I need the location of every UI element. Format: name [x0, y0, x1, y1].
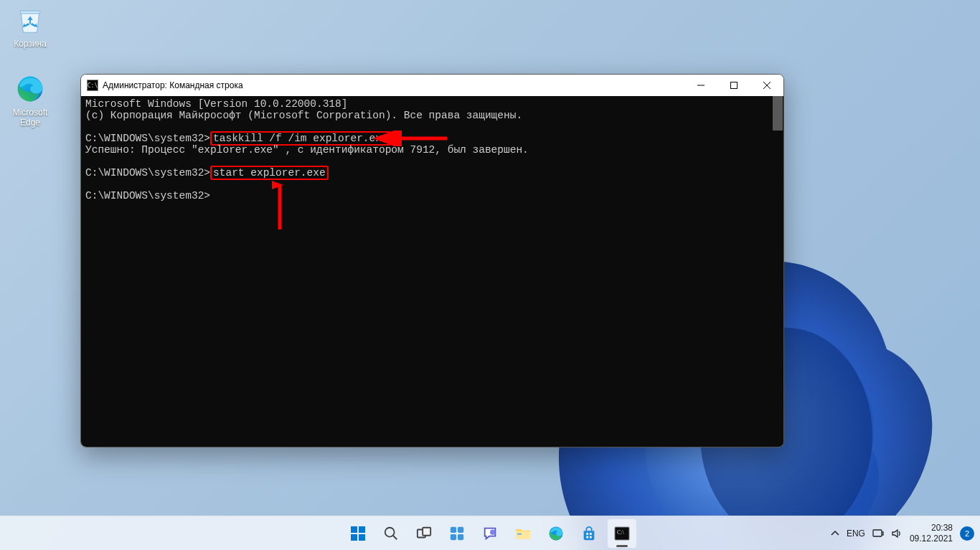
desktop[interactable]: Корзина Microsoft Edge C:\ Администратор… — [0, 0, 980, 550]
svg-line-10 — [393, 535, 397, 539]
highlighted-command-2: start explorer.exe — [210, 166, 329, 180]
network-button[interactable] — [872, 528, 884, 539]
taskbar-time: 20:38 — [910, 523, 953, 534]
desktop-icon-label: Microsoft Edge — [13, 108, 48, 128]
maximize-icon — [730, 82, 738, 89]
recycle-bin-icon — [14, 4, 46, 36]
svg-rect-21 — [586, 533, 588, 535]
volume-icon — [891, 528, 903, 539]
edge-icon — [14, 73, 46, 105]
search-button[interactable] — [377, 519, 405, 548]
windows-start-icon — [349, 525, 367, 542]
minimize-button[interactable] — [684, 75, 717, 96]
language-indicator[interactable]: ENG — [847, 528, 865, 539]
desktop-icon-edge[interactable]: Microsoft Edge — [4, 73, 56, 128]
terminal-body[interactable]: Microsoft Windows [Version 10.0.22000.31… — [81, 96, 783, 447]
cmd-taskbar-button[interactable]: C:\ — [608, 519, 636, 548]
terminal-prompt: C:\WINDOWS\system32> — [85, 190, 210, 201]
network-icon — [872, 528, 884, 539]
terminal-scrollbar[interactable] — [772, 96, 783, 447]
widgets-button[interactable] — [443, 519, 471, 548]
svg-rect-24 — [590, 536, 592, 538]
taskbar-center-items: C:\ — [344, 519, 636, 548]
terminal-prompt: C:\WINDOWS\system32> — [85, 167, 210, 179]
svg-rect-14 — [458, 526, 463, 532]
svg-rect-15 — [451, 534, 456, 539]
minimize-icon — [697, 82, 705, 89]
svg-rect-13 — [451, 526, 456, 532]
svg-text:C:\: C:\ — [617, 529, 625, 536]
scrollbar-thumb[interactable] — [773, 96, 783, 131]
close-button[interactable] — [750, 75, 783, 96]
svg-rect-2 — [731, 82, 738, 89]
desktop-icon-label: Корзина — [14, 39, 47, 49]
svg-rect-12 — [423, 527, 430, 535]
file-explorer-icon — [514, 525, 532, 542]
edge-icon — [547, 525, 565, 542]
tray-overflow-button[interactable] — [831, 529, 839, 538]
cmd-taskbar-icon: C:\ — [613, 525, 631, 542]
terminal-line: Успешно: Процесс "explorer.exe" , с иден… — [85, 144, 529, 156]
svg-rect-19 — [517, 534, 522, 535]
svg-rect-23 — [586, 536, 588, 538]
volume-button[interactable] — [891, 528, 903, 539]
task-view-button[interactable] — [410, 519, 438, 548]
store-button[interactable] — [575, 519, 603, 548]
chevron-up-icon — [831, 529, 839, 538]
store-icon — [581, 526, 597, 541]
task-view-icon — [416, 526, 432, 541]
chat-button[interactable] — [476, 519, 504, 548]
notification-button[interactable]: 2 — [960, 526, 974, 541]
annotation-arrow-up — [272, 178, 288, 235]
svg-rect-7 — [351, 534, 357, 541]
edge-taskbar-button[interactable] — [542, 519, 570, 548]
widgets-icon — [449, 526, 465, 541]
terminal-prompt: C:\WINDOWS\system32> — [85, 133, 210, 144]
desktop-icon-recycle-bin[interactable]: Корзина — [4, 4, 56, 49]
svg-point-17 — [490, 529, 495, 534]
terminal-line: (c) Корпорация Майкрософт (Microsoft Cor… — [85, 110, 522, 121]
taskbar-clock[interactable]: 20:38 09.12.2021 — [910, 523, 953, 544]
command-prompt-window[interactable]: C:\ Администратор: Командная строка Micr… — [80, 74, 784, 447]
taskbar[interactable]: C:\ ENG 20:38 — [0, 516, 980, 550]
svg-rect-5 — [351, 526, 357, 533]
svg-rect-8 — [359, 534, 365, 541]
chat-icon — [482, 526, 498, 541]
svg-rect-6 — [359, 526, 365, 533]
close-icon — [763, 82, 771, 89]
maximize-button[interactable] — [717, 75, 750, 96]
svg-rect-27 — [873, 530, 882, 536]
file-explorer-button[interactable] — [509, 519, 537, 548]
terminal-line: Microsoft Windows [Version 10.0.22000.31… — [85, 98, 347, 110]
cmd-icon: C:\ — [87, 80, 98, 91]
svg-rect-16 — [458, 534, 463, 539]
svg-rect-22 — [590, 533, 592, 535]
start-button[interactable] — [344, 519, 372, 548]
system-tray: ENG 20:38 09.12.2021 2 — [831, 516, 974, 550]
search-icon — [383, 526, 399, 541]
svg-point-9 — [385, 527, 395, 536]
window-title: Администратор: Командная строка — [103, 80, 684, 90]
highlighted-command-1: taskkill /f /im explorer.exe — [210, 131, 391, 146]
taskbar-date: 09.12.2021 — [910, 534, 953, 544]
window-controls — [684, 75, 783, 96]
svg-rect-18 — [516, 531, 530, 539]
window-titlebar[interactable]: C:\ Администратор: Командная строка — [81, 75, 783, 96]
